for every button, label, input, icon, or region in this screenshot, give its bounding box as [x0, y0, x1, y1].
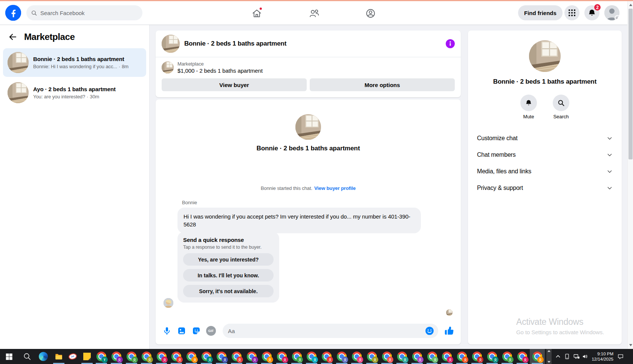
taskbar-search-button[interactable] [20, 349, 35, 364]
notification-bubble-icon [617, 353, 624, 360]
taskbar-chrome-window-button[interactable] [515, 349, 530, 364]
view-buyer-button[interactable]: View buyer [162, 78, 307, 91]
view-buyer-profile-link[interactable]: View buyer profile [314, 185, 356, 191]
menu-chat-members[interactable]: Chat members [476, 147, 613, 163]
chat-started-line: Bonnie started this chat. View buyer pro… [156, 185, 461, 191]
clock-date: 12/14/2025 [592, 356, 613, 362]
emoji-button[interactable] [425, 326, 434, 336]
quick-response-option[interactable]: Yes, are you interested? [183, 253, 274, 266]
taskbar-chrome-window-button[interactable] [304, 349, 319, 364]
sender-profile-avatar[interactable] [164, 298, 173, 308]
search-in-conversation-button[interactable]: Search [553, 95, 569, 119]
taskbar-chrome-window-button[interactable] [214, 349, 229, 364]
scrollbar-down-arrow[interactable] [628, 342, 633, 348]
notifications-button[interactable]: 2 [584, 5, 599, 20]
taskbar-chrome-window-button[interactable] [139, 349, 154, 364]
friends-icon [309, 8, 319, 18]
taskbar-chrome-window-button[interactable] [334, 349, 349, 364]
menu-privacy-support[interactable]: Privacy & support [476, 180, 613, 196]
taskbar-chrome-window-button[interactable] [199, 349, 214, 364]
quick-response-option[interactable]: Sorry, it's not available. [183, 285, 274, 297]
taskbar-chrome-window-button[interactable] [169, 349, 184, 364]
tab-friends[interactable] [305, 4, 323, 22]
more-options-button[interactable]: More options [310, 78, 455, 91]
taskbar-chrome-window-button[interactable] [109, 349, 124, 364]
attach-image-button[interactable] [176, 326, 187, 336]
taskbar-chrome-window-button[interactable] [394, 349, 410, 364]
taskbar-chrome-window-button[interactable] [364, 349, 379, 364]
start-button[interactable] [2, 349, 17, 364]
quick-response-option[interactable]: In talks. I'll let you know. [183, 269, 274, 281]
gif-button[interactable]: GIF [206, 326, 216, 336]
taskbar-chrome-window-button[interactable] [439, 349, 454, 364]
tab-home[interactable] [248, 4, 266, 22]
tab-groups[interactable] [361, 4, 379, 22]
chrome-profile-badge-icon [447, 356, 453, 363]
taskbar-chrome-window-button[interactable] [229, 349, 244, 364]
message-input[interactable] [228, 328, 425, 334]
taskbar-chrome-window-button[interactable] [349, 349, 364, 364]
taskbar-chrome-window-button[interactable] [410, 349, 425, 364]
conversation-info-button[interactable] [446, 39, 455, 48]
taskbar-chrome-window-button[interactable] [379, 349, 394, 364]
sticky-notes-button[interactable] [80, 349, 95, 364]
message-composer: GIF [156, 323, 461, 338]
message-bubble[interactable]: Hi I was wondering if you accept pets? I… [177, 208, 421, 233]
mute-button[interactable]: Mute [520, 95, 537, 119]
taskbar-chrome-window-button[interactable] [259, 349, 274, 364]
menu-media-files-links[interactable]: Media, files and links [476, 163, 613, 180]
taskbar-chrome-window-button[interactable] [244, 349, 259, 364]
file-explorer-button[interactable] [51, 349, 66, 364]
taskbar-chrome-window-button[interactable] [184, 349, 199, 364]
details-avatar[interactable] [529, 40, 561, 72]
account-menu-button[interactable] [604, 5, 619, 20]
conversation-item-ayo[interactable]: Ayo · 2 beds 1 baths apartment You: are … [3, 78, 146, 107]
sticker-button[interactable] [191, 326, 202, 336]
taskbar-overflow-scrollbar[interactable] [546, 349, 552, 364]
taskbar-chrome-window-button[interactable] [274, 349, 289, 364]
back-button[interactable] [8, 32, 18, 42]
taskbar-chrome-window-button[interactable] [500, 349, 515, 364]
scrollbar-thumb[interactable] [628, 9, 633, 159]
windows-logo-icon [5, 352, 13, 361]
apps-menu-button[interactable] [564, 5, 579, 20]
taskbar-chrome-window-button[interactable] [454, 349, 469, 364]
find-friends-button[interactable]: Find friends [518, 5, 563, 20]
chrome-profile-badge-icon: T [101, 356, 108, 363]
voice-clip-button[interactable] [162, 326, 172, 336]
taskbar-chrome-window-button[interactable]: T [94, 349, 109, 364]
microphone-icon [162, 326, 171, 335]
taskbar-chrome-window-button[interactable] [469, 349, 485, 364]
taskbar-chrome-window-button[interactable] [485, 349, 500, 364]
search-input[interactable] [40, 10, 138, 16]
listing-summary: Marketplace $1,000 - 2 beds 1 baths apar… [156, 57, 461, 97]
conversation-item-bonnie[interactable]: Bonnie · 2 beds 1 baths apartment Bonnie… [3, 48, 146, 77]
taskbar-chrome-window-button[interactable] [124, 349, 139, 364]
taskbar-chrome-window-button[interactable] [289, 349, 304, 364]
conversation-snippet: You: are you interested? [33, 94, 85, 99]
menu-customize-chat[interactable]: Customize chat [476, 130, 613, 147]
chrome-profile-badge-icon [161, 356, 168, 363]
chevron-up-icon [555, 353, 561, 360]
info-icon [446, 39, 455, 48]
tray-show-hidden-icons[interactable] [553, 349, 563, 364]
action-center-button[interactable] [616, 349, 625, 364]
send-like-button[interactable] [443, 325, 455, 336]
details-title: Bonnie · 2 beds 1 baths apartment [468, 78, 622, 86]
sidebar-header: Marketplace [0, 25, 149, 47]
page-scrollbar[interactable] [627, 1, 633, 349]
taskbar-chrome-window-button[interactable] [425, 349, 440, 364]
taskbar-chrome-window-button[interactable] [154, 349, 169, 364]
taskbar-chrome-window-button[interactable] [319, 349, 334, 364]
tray-tablet-mode[interactable] [562, 349, 572, 364]
taskbar-chrome-window-button[interactable] [530, 349, 545, 364]
conversation-time: 8m [122, 64, 128, 69]
chat-avatar[interactable] [162, 35, 180, 53]
snipping-tool-button[interactable]: ✂ [65, 349, 80, 364]
facebook-logo[interactable] [5, 5, 21, 21]
edge-browser-button[interactable] [36, 349, 51, 364]
chrome-profile-badge-icon [462, 356, 468, 363]
scrollbar-up-arrow[interactable] [628, 2, 633, 8]
tray-clock[interactable]: 9:10 PM 12/14/2025 [588, 349, 613, 364]
chat-intro-avatar[interactable] [295, 114, 321, 140]
